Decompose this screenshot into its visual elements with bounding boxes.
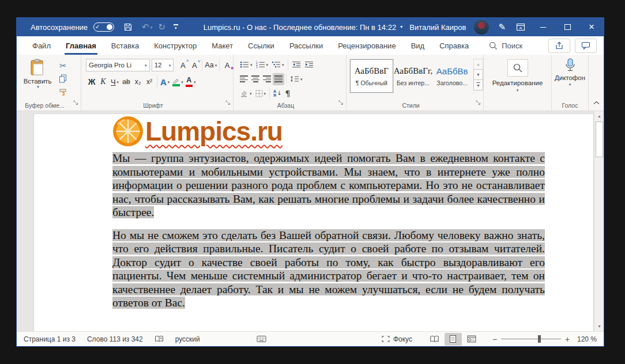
cut-button[interactable]: ✂	[57, 59, 69, 71]
chevron-down-icon[interactable]: ▾	[400, 25, 402, 29]
share-button[interactable]	[548, 39, 570, 53]
word-count[interactable]: Слово 113 из 342	[87, 335, 143, 343]
scrollbar-thumb[interactable]	[596, 122, 603, 157]
align-center-button[interactable]	[250, 73, 261, 85]
zoom-in-button[interactable]: +	[563, 335, 571, 344]
bold-button[interactable]: Ж	[86, 75, 97, 88]
keyboard-status[interactable]	[257, 335, 266, 343]
document-text[interactable]: Мы — группа энтузиастов, одержимых идеей…	[112, 151, 545, 310]
redo-button[interactable]: ↻	[158, 23, 165, 32]
text-effects-button[interactable]: А▾	[159, 75, 171, 88]
subscript-button[interactable]: x₂	[132, 75, 144, 88]
sort-button[interactable]: АЯ ↓	[272, 88, 283, 100]
zoom-slider-thumb[interactable]	[538, 335, 541, 343]
increase-indent-button[interactable]	[303, 59, 315, 71]
font-name-combo[interactable]: Georgia Pro Li ▾	[86, 59, 150, 71]
autosave-toggle[interactable]: ✓	[93, 22, 114, 32]
text-highlight-button[interactable]: ▾	[171, 75, 185, 88]
tab-home[interactable]: Главная	[58, 36, 104, 55]
bullets-button[interactable]: ▾	[238, 59, 254, 71]
tab-design[interactable]: Конструктор	[146, 36, 204, 55]
ribbon-display-icon	[516, 23, 525, 31]
title-bar: Автосохранение ✓ ↶▾ ↻ ▾ Lumpics.ru - О н…	[17, 18, 604, 36]
tab-view[interactable]: Вид	[404, 36, 432, 55]
align-left-button[interactable]	[238, 73, 250, 85]
justify-button[interactable]	[273, 73, 284, 85]
italic-button[interactable]: К	[97, 75, 109, 88]
close-button[interactable]: ×	[579, 18, 604, 36]
comments-button[interactable]	[575, 39, 597, 53]
minimize-button[interactable]: ─	[531, 18, 555, 36]
focus-mode-button[interactable]: Фокус	[382, 335, 412, 343]
underline-button[interactable]: Ч▾	[109, 75, 121, 88]
search-icon	[489, 41, 498, 50]
styles-scroll-up-button[interactable]: ▲	[473, 59, 483, 70]
tab-references[interactable]: Ссылки	[240, 36, 282, 55]
document-page[interactable]: Lumpics.ru Мы — группа энтузиастов, одер…	[33, 113, 594, 331]
clear-formatting-button[interactable]: А	[221, 59, 233, 71]
shrink-font-button[interactable]: А	[189, 59, 200, 71]
tab-help[interactable]: Справка	[432, 36, 476, 55]
styles-more-button[interactable]: ▼	[473, 79, 483, 90]
collapse-ribbon-button[interactable]	[593, 97, 600, 107]
microphone-icon	[564, 58, 577, 73]
zoom-slider[interactable]	[501, 335, 561, 343]
read-mode-button[interactable]	[426, 333, 443, 346]
style-name: Заголово...	[436, 79, 468, 86]
group-editing[interactable]: Редактирование ▾	[484, 55, 552, 111]
tab-review[interactable]: Рецензирование	[330, 36, 403, 55]
align-right-button[interactable]	[261, 73, 273, 85]
dialog-launcher-icon[interactable]	[476, 97, 481, 108]
superscript-button[interactable]: x²	[144, 75, 155, 88]
customize-qat-button[interactable]: ▾	[174, 24, 178, 30]
dialog-launcher-icon[interactable]	[338, 97, 344, 108]
proofing-status[interactable]	[155, 335, 164, 343]
format-painter-button[interactable]	[57, 86, 69, 98]
shading-button[interactable]: ▾	[238, 88, 254, 100]
numbering-button[interactable]: 123 ▾	[254, 59, 270, 71]
page-indicator[interactable]: Страница 1 из 3	[24, 335, 76, 343]
selected-text[interactable]: Но мы не сможем это сделать без Вашей об…	[112, 229, 545, 309]
web-layout-button[interactable]	[463, 333, 480, 346]
user-name[interactable]: Виталий Каиров	[409, 23, 466, 32]
maximize-icon	[564, 24, 571, 30]
styles-scroll-down-button[interactable]: ▼	[473, 69, 483, 80]
show-formatting-button[interactable]: ¶	[283, 88, 292, 100]
selected-text[interactable]: Мы — группа энтузиастов, одержимых идеей…	[112, 152, 545, 218]
change-case-button[interactable]: Аа▾	[204, 59, 217, 71]
editing-button[interactable]	[507, 59, 528, 77]
tab-mailings[interactable]: Рассылки	[282, 36, 330, 55]
scroll-down-arrow[interactable]: ▼	[595, 322, 604, 331]
inking-button[interactable]: ✎	[498, 22, 506, 32]
print-layout-button[interactable]	[445, 333, 462, 346]
strikethrough-button[interactable]: ab	[121, 75, 132, 88]
decrease-indent-button[interactable]	[290, 59, 303, 71]
borders-button[interactable]: ▾	[254, 88, 268, 100]
dictate-button[interactable]: Диктофон ▾	[555, 58, 585, 86]
copy-button[interactable]	[57, 73, 69, 85]
style-heading1[interactable]: АаБбВв Заголово...	[433, 59, 471, 93]
tab-insert[interactable]: Вставка	[104, 36, 146, 55]
font-color-button[interactable]: А ▾	[185, 75, 197, 88]
font-size-combo[interactable]: 12 ▾	[152, 59, 174, 71]
zoom-level[interactable]: 120 %	[577, 335, 597, 343]
dialog-launcher-icon[interactable]	[225, 97, 231, 108]
zoom-out-button[interactable]: −	[491, 335, 499, 344]
save-button[interactable]	[123, 22, 133, 32]
language-indicator[interactable]: русский	[175, 335, 200, 343]
multilevel-list-button[interactable]: ▾	[270, 59, 286, 71]
undo-button[interactable]: ↶▾	[142, 23, 152, 32]
vertical-scrollbar[interactable]: ▲ ▼	[594, 111, 604, 331]
avatar[interactable]	[474, 20, 489, 35]
style-normal[interactable]: АаБбВвГ ¶ Обычный	[350, 59, 393, 93]
grow-font-button[interactable]: А	[177, 59, 189, 71]
search-box[interactable]: Поиск	[489, 41, 522, 50]
ribbon-display-options-button[interactable]	[516, 23, 525, 31]
tab-layout[interactable]: Макет	[204, 36, 240, 55]
tab-file[interactable]: Файл	[25, 36, 58, 55]
dialog-launcher-icon[interactable]	[73, 97, 78, 108]
maximize-button[interactable]	[555, 18, 579, 36]
scroll-up-arrow[interactable]: ▲	[595, 112, 604, 120]
line-spacing-button[interactable]: ▾	[288, 73, 304, 85]
style-no-spacing[interactable]: АаБбВвГг, Без интер...	[393, 59, 434, 93]
